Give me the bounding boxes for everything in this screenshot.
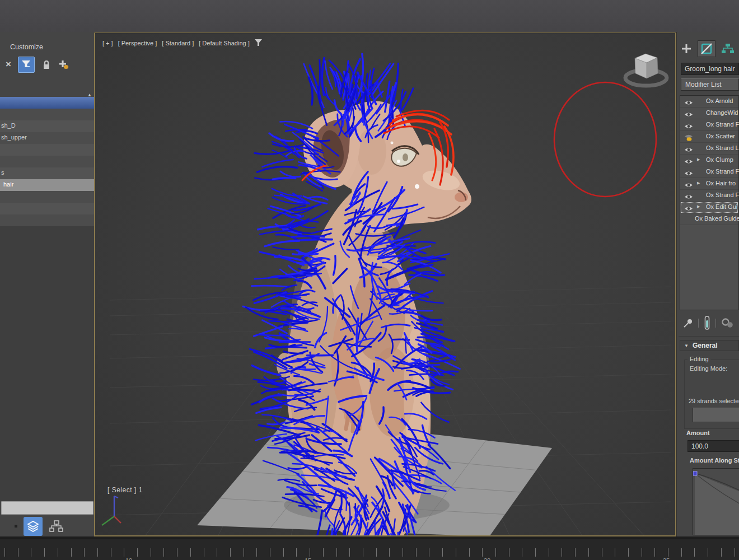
editing-mode-button[interactable]: [693, 408, 739, 422]
timeline-tick: [256, 548, 257, 557]
timeline-tick: [323, 548, 324, 557]
list-item-sh_upper[interactable]: sh_upper: [0, 132, 94, 144]
viewport-shading-label[interactable]: [ Default Shading ]: [199, 40, 250, 46]
expand-arrow-icon[interactable]: ▶: [697, 204, 700, 209]
timeline-tick: [535, 548, 536, 557]
list-item[interactable]: [0, 214, 94, 226]
list-empty-area: [0, 226, 94, 501]
timeline-tick: [602, 548, 602, 557]
list-item-s[interactable]: s: [0, 167, 94, 179]
viewport[interactable]: [94, 32, 676, 536]
modify-tab-icon[interactable]: [698, 40, 715, 57]
viewport-label[interactable]: [ + ] [ Perspective ] [ Standard ] [ Def…: [102, 39, 262, 47]
list-item-sh_D[interactable]: sh_D: [0, 120, 94, 132]
modifier-row-ox-clump[interactable]: ▶Ox Clump: [680, 155, 738, 166]
lock-icon[interactable]: [41, 59, 52, 70]
show-end-result-icon[interactable]: [704, 316, 710, 330]
modifier-label: Ox Strand F: [706, 121, 739, 128]
hierarchy-tab-icon[interactable]: [721, 43, 735, 54]
amount-along-strand-curve[interactable]: [693, 468, 739, 535]
modifier-row-ox-edit-gui[interactable]: ▶Ox Edit Gui: [680, 202, 738, 213]
visibility-off-icon[interactable]: [684, 133, 693, 143]
timeline-tick: [442, 548, 443, 557]
stack-tools-row: [683, 315, 735, 332]
list-item[interactable]: [0, 97, 94, 109]
close-icon[interactable]: ×: [6, 59, 11, 70]
timeline-ruler[interactable]: 10152025: [0, 539, 739, 560]
timeline-tick: [217, 548, 217, 557]
timeline-tick: [628, 548, 629, 557]
horizontal-scrollbar[interactable]: [1, 501, 93, 515]
layers-view-button[interactable]: [24, 517, 43, 536]
filter-icon[interactable]: [18, 57, 35, 73]
modifier-row-changewid[interactable]: ChangeWid: [680, 108, 738, 119]
modifier-list-dropdown[interactable]: Modifier List: [681, 78, 739, 91]
timeline-tick: [403, 548, 403, 557]
application-window: { "icons": { "close": "×", "arrow": "▶",…: [0, 0, 739, 560]
amount-field[interactable]: [687, 440, 739, 452]
list-item[interactable]: [0, 191, 94, 203]
scene-object-list: sh_Dsh_uppershair: [0, 97, 94, 226]
timeline-frame-label: 10: [125, 557, 132, 560]
modifier-stack[interactable]: Ox ArnoldChangeWidOx Strand FOx ScatterO…: [680, 95, 739, 310]
timeline-tick: [244, 548, 244, 557]
list-item[interactable]: [0, 156, 94, 167]
pin-stack-icon[interactable]: [683, 318, 693, 328]
modifier-row-ox-strand-f[interactable]: Ox Strand F: [680, 190, 738, 202]
timeline-tick: [137, 548, 138, 557]
make-unique-icon[interactable]: [721, 318, 735, 329]
modifier-row-ox-strand-f[interactable]: Ox Strand F: [680, 166, 738, 178]
modifier-row-ox-strand-l[interactable]: Ox Strand L: [680, 143, 738, 155]
timeline-tick: [111, 548, 111, 557]
visibility-eye-icon[interactable]: [684, 180, 693, 190]
modifier-row-ox-strand-f[interactable]: Ox Strand F: [680, 119, 738, 131]
expand-arrow-icon[interactable]: ▶: [697, 157, 700, 162]
timeline-tick: [270, 548, 270, 557]
viewport-filter-icon[interactable]: [255, 39, 262, 47]
modifier-row-ox-hair-fro[interactable]: ▶Ox Hair fro: [680, 178, 738, 190]
timeline-tick: [588, 548, 589, 557]
modifier-row-ox-scatter[interactable]: Ox Scatter: [680, 131, 738, 143]
list-item-label: hair: [3, 181, 13, 188]
add-icon[interactable]: [58, 59, 69, 69]
timeline-tick: [44, 548, 45, 557]
customize-menu[interactable]: Customize: [10, 43, 43, 51]
timeline-tick: [4, 548, 5, 557]
expand-arrow-icon[interactable]: ▶: [697, 181, 700, 185]
main-toolbar[interactable]: [0, 0, 739, 32]
object-name-field[interactable]: [681, 63, 739, 75]
viewport-style-label[interactable]: [ Standard ]: [162, 40, 194, 46]
timeline-tick: [18, 548, 18, 557]
modifier-row-ox-arnold[interactable]: Ox Arnold: [680, 96, 738, 108]
list-item[interactable]: [0, 203, 94, 214]
viewport-view-label[interactable]: [ Perspective ]: [118, 40, 157, 46]
visibility-eye-icon[interactable]: [684, 122, 693, 132]
visibility-eye-icon[interactable]: [684, 169, 693, 179]
timeline-tick: [668, 548, 668, 557]
list-item[interactable]: [0, 109, 94, 120]
hierarchy-view-button[interactable]: [48, 519, 65, 534]
visibility-eye-icon[interactable]: [684, 145, 693, 155]
viewport-expand-label[interactable]: [ + ]: [102, 40, 113, 46]
list-item-hair[interactable]: hair: [0, 179, 94, 191]
curve-control-point[interactable]: [693, 472, 697, 475]
list-item[interactable]: [0, 144, 94, 156]
editing-group-label: Editing: [687, 356, 711, 362]
modifier-label: Ox Hair fro: [706, 180, 736, 186]
timeline-tick: [681, 548, 682, 557]
visibility-eye-icon[interactable]: [684, 110, 693, 120]
editing-mode-label: Editing Mode:: [690, 365, 727, 372]
rollout-arrow-icon: ▼: [684, 343, 689, 348]
visibility-eye-icon[interactable]: [684, 157, 693, 167]
visibility-eye-icon[interactable]: [684, 192, 693, 202]
amount-along-strand-label: Amount Along Strand: [690, 457, 739, 464]
modifier-list-label: Modifier List: [685, 81, 722, 88]
visibility-eye-icon[interactable]: [684, 204, 693, 214]
create-tab-icon[interactable]: [681, 43, 692, 54]
general-rollout-header[interactable]: ▼ General: [680, 340, 739, 351]
modifier-label: ChangeWid: [706, 109, 738, 116]
visibility-eye-icon[interactable]: [684, 98, 693, 108]
timeline-tick: [283, 548, 284, 557]
modifier-label: Ox Strand L: [706, 144, 739, 151]
modifier-row-ox-baked-guide[interactable]: Ox Baked Guide: [680, 213, 738, 225]
